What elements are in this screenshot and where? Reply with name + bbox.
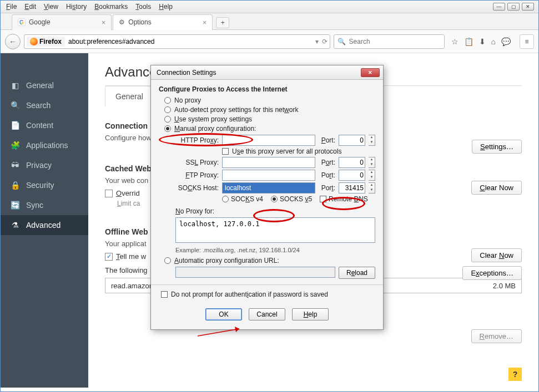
no-proxy-textarea[interactable] [175,217,375,243]
use-all-protocols-checkbox[interactable] [222,148,229,155]
search-input[interactable] [349,38,441,45]
advanced-icon: ⚗ [11,221,19,230]
navigation-toolbar: ← Firefox ▾ ⟳ 🔍 ☆ 📋 ⬇ ⌂ 💬 ≡ [1,30,538,53]
tab-options-close-icon[interactable]: × [203,18,207,27]
sidebar-item-search[interactable]: 🔍Search [1,95,88,115]
new-tab-button[interactable]: + [216,17,229,28]
menu-view[interactable]: View [44,3,58,11]
offline-site-size: 2.0 MB [493,282,516,290]
auto-url-input [175,267,335,278]
url-input[interactable] [68,38,313,45]
sidebar-item-security[interactable]: 🔒Security [1,175,88,195]
tab-google[interactable]: G Google × [12,14,112,30]
ftp-proxy-label: FTP Proxy: [175,171,219,179]
tab-options[interactable]: ⚙ Options × [113,14,213,30]
override-cache-label: Overrid [116,189,140,197]
firefox-icon [30,38,38,45]
tellme-checkbox[interactable]: ✓ [105,253,113,261]
ssl-proxy-label: SSL Proxy: [175,159,219,166]
use-all-label: Use this proxy server for all protocols [232,147,341,155]
port-label: Port: [319,136,335,144]
radio-manual-proxy[interactable]: Manual proxy configuration: [164,125,375,133]
connection-settings-button[interactable]: Settings… [472,140,522,154]
tab-strip: G Google × ⚙ Options × + [1,13,538,30]
radio-no-proxy[interactable]: No proxy [164,96,375,104]
radio-system-proxy[interactable]: Use system proxy settings [164,115,375,123]
toolbar-icon-group: ☆ 📋 ⬇ ⌂ 💬 [448,37,514,46]
menu-edit[interactable]: Edit [24,3,36,11]
reload-button[interactable]: Reload [339,267,375,279]
cached-clear-button[interactable]: Clear Now [471,181,522,195]
help-button[interactable]: Help [292,308,329,320]
dialog-close-button[interactable]: ✕ [361,68,380,77]
offline-exceptions-button[interactable]: Exceptions… [462,266,522,280]
menu-tools[interactable]: Tools [135,3,151,11]
offline-clear-button[interactable]: Clear Now [471,248,522,262]
library-icon[interactable]: 📋 [464,37,473,46]
radio-socks-v5[interactable]: SOCKS v5 [271,195,312,203]
back-button[interactable]: ← [5,34,21,49]
radio-socks-v4[interactable]: SOCKS v4 [222,195,263,203]
menu-help[interactable]: Help [159,3,173,11]
ftp-port-spinner[interactable]: ▲▼ [369,170,375,181]
sidebar-item-general[interactable]: ◧General [1,75,88,95]
dialog-heading: Configure Proxies to Access the Internet [159,85,375,93]
subtab-general[interactable]: General [105,86,154,107]
ftp-proxy-input[interactable] [222,170,315,181]
chat-icon[interactable]: 💬 [501,37,511,46]
tab-google-close-icon[interactable]: × [102,18,106,27]
sidebar-item-privacy[interactable]: 🕶Privacy [1,155,88,175]
search-nav-icon: 🔍 [11,101,19,110]
url-dropdown-icon[interactable]: ▾ [315,38,319,45]
menu-file[interactable]: File [6,3,17,11]
security-icon: 🔒 [11,181,19,190]
downloads-icon[interactable]: ⬇ [479,37,486,46]
socks-port-input[interactable] [339,182,365,194]
maximize-button[interactable]: ▢ [507,3,520,11]
socks-host-label: SOCKS Host: [175,184,219,192]
sidebar-item-applications[interactable]: 🧩Applications [1,135,88,155]
connection-settings-dialog: Connection Settings ✕ Configure Proxies … [150,65,384,330]
hamburger-menu-button[interactable]: ≡ [520,34,534,49]
gear-icon: ⚙ [119,18,125,26]
sync-icon: 🔄 [11,201,19,210]
ssl-proxy-input[interactable] [222,157,315,168]
radio-auto-url[interactable]: Automatic proxy configuration URL: [164,257,375,264]
dialog-title: Connection Settings [157,69,216,77]
radio-auto-detect[interactable]: Auto-detect proxy settings for this netw… [164,106,375,114]
minimize-button[interactable]: — [493,3,505,11]
http-proxy-input[interactable] [222,135,315,146]
socks-host-input[interactable] [222,182,315,194]
google-favicon-icon: G [18,18,26,26]
dialog-titlebar[interactable]: Connection Settings ✕ [151,65,383,80]
close-window-button[interactable]: ✕ [522,3,534,11]
help-badge[interactable]: ? [508,368,522,381]
http-port-input[interactable] [339,135,365,146]
applications-icon: 🧩 [11,141,19,150]
menu-history[interactable]: History [66,3,87,11]
reload-icon[interactable]: ⟳ [322,38,328,45]
window-controls: — ▢ ✕ [493,3,534,11]
identity-box[interactable]: Firefox [27,37,65,47]
ssl-port-input[interactable] [339,157,365,168]
menu-bookmarks[interactable]: Bookmarks [94,3,128,11]
cancel-button[interactable]: Cancel [249,308,285,320]
ssl-port-spinner[interactable]: ▲▼ [369,157,375,168]
home-icon[interactable]: ⌂ [491,37,496,46]
tellme-label: Tell me w [116,252,146,261]
remote-dns-checkbox[interactable]: Remote DNS [320,195,368,203]
sidebar-item-content[interactable]: 📄Content [1,115,88,135]
override-cache-checkbox[interactable] [105,190,113,197]
offline-remove-button[interactable]: Remove… [471,329,522,343]
http-port-spinner[interactable]: ▲▼ [369,135,375,146]
ok-button[interactable]: OK [205,308,242,320]
sidebar-item-advanced[interactable]: ⚗Advanced [1,215,88,235]
ftp-port-input[interactable] [339,170,365,181]
socks-port-spinner[interactable]: ▲▼ [369,182,375,194]
sidebar-item-sync[interactable]: 🔄Sync [1,195,88,215]
url-bar[interactable]: Firefox ▾ ⟳ [24,34,330,49]
http-proxy-label: HTTP Proxy: [175,136,219,144]
bookmark-star-icon[interactable]: ☆ [451,37,459,46]
do-not-prompt-checkbox[interactable]: Do not prompt for authentication if pass… [161,291,375,298]
search-bar[interactable]: 🔍 [334,34,445,49]
